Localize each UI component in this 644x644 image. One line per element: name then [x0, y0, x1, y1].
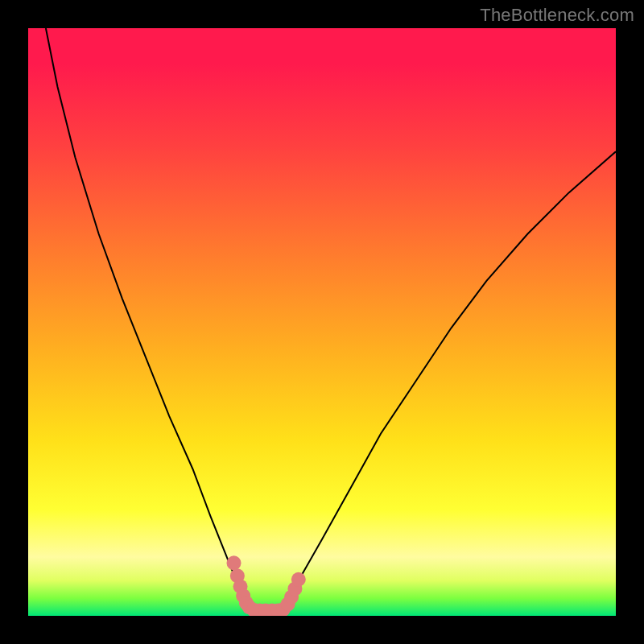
chart-svg — [28, 28, 616, 616]
curve-group — [46, 28, 616, 610]
marker-group — [227, 555, 306, 616]
series-right-curve — [281, 151, 616, 609]
watermark-text: TheBottleneck.com — [480, 5, 634, 26]
series-left-curve — [46, 28, 252, 610]
marker-dot — [227, 555, 242, 570]
outer-frame: TheBottleneck.com — [0, 0, 644, 644]
plot-area — [28, 28, 616, 616]
marker-dot — [291, 572, 306, 587]
